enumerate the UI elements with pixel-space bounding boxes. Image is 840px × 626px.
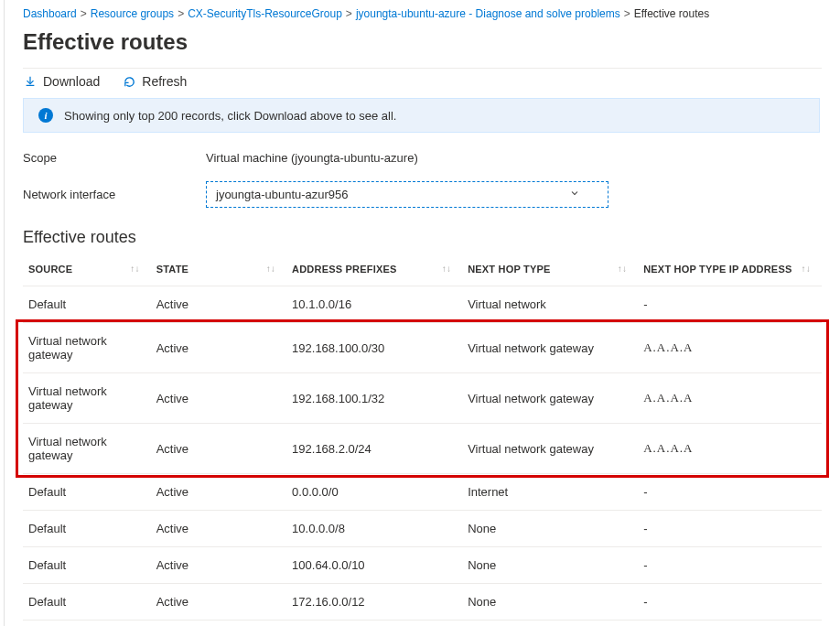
breadcrumb-link[interactable]: CX-SecurityTls-ResourceGroup [188,7,342,20]
cell-nexthop: Internet [462,474,638,511]
effective-routes-table: Source↑↓ State↑↓ Address Prefixes↑↓ Next… [23,254,822,626]
toolbar: Download Refresh [23,68,822,98]
sort-icon: ↑↓ [802,264,811,274]
cell-ip: A.A.A.A [638,424,822,474]
cell-source: Default [23,584,151,621]
cell-nexthop: None [462,511,638,547]
effective-routes-heading: Effective routes [23,228,822,247]
cell-state: Active [151,584,286,621]
breadcrumb-separator: > [77,7,91,20]
scope-row: Scope Virtual machine (jyoungta-ubuntu-a… [23,147,822,178]
cell-state: Active [151,373,286,424]
breadcrumb-link[interactable]: Dashboard [23,7,77,20]
table-row: Virtual network gatewayActive192.168.2.0… [23,424,822,474]
breadcrumb-link[interactable]: Resource groups [91,7,174,20]
page-title: Effective routes [23,29,822,55]
cell-state: Active [151,424,286,474]
download-button[interactable]: Download [23,74,100,89]
cell-state: Active [151,547,286,584]
cell-ip: - [638,547,822,584]
breadcrumb-separator: > [620,7,634,20]
cell-source: Virtual network gateway [23,424,151,474]
network-interface-value: jyoungta-ubuntu-azur956 [216,188,349,201]
table-row: DefaultActive172.16.0.0/12None- [23,584,822,621]
cell-nexthop: Virtual network gateway [462,373,638,424]
cell-state: Active [151,621,286,627]
cell-prefix: 10.1.0.0/16 [286,286,462,323]
table-row: Virtual network gatewayActive192.168.100… [23,373,822,424]
cell-source: Default [23,547,151,584]
cell-source: Virtual network gateway [23,373,151,424]
download-label: Download [43,74,100,89]
cell-ip: - [638,511,822,547]
breadcrumb-separator: > [174,7,188,20]
cell-source: Default [23,286,151,323]
sort-icon: ↑↓ [130,264,139,274]
cell-nexthop: Virtual network gateway [462,323,638,373]
col-header-ip[interactable]: Next Hop Type IP Address↑↓ [638,254,822,286]
refresh-label: Refresh [142,74,187,89]
cell-state: Active [151,323,286,373]
cell-prefix: 192.168.100.0/30 [286,323,462,373]
cell-ip: - [638,286,822,323]
cell-nexthop: Virtual network gateway [462,424,638,474]
download-icon [23,74,38,89]
cell-prefix: 192.168.0.0/16 [286,621,462,627]
table-row: DefaultActive10.0.0.0/8None- [23,511,822,547]
breadcrumb-current: Effective routes [634,7,710,20]
info-banner-text: Showing only top 200 records, click Down… [64,109,397,123]
network-interface-label: Network interface [23,188,206,201]
table-row: Virtual network gatewayActive192.168.100… [23,323,822,373]
table-row: DefaultActive0.0.0.0/0Internet- [23,474,822,511]
cell-source: Default [23,474,151,511]
cell-prefix: 100.64.0.0/10 [286,547,462,584]
scope-label: Scope [23,151,206,165]
col-header-source[interactable]: Source↑↓ [23,254,151,286]
info-icon: i [38,108,53,123]
cell-prefix: 0.0.0.0/0 [286,474,462,511]
cell-prefix: 172.16.0.0/12 [286,584,462,621]
cell-state: Active [151,511,286,547]
cell-source: Default [23,621,151,627]
col-header-state[interactable]: State↑↓ [151,254,286,286]
cell-ip: - [638,584,822,621]
cell-ip: - [638,621,822,627]
cell-ip: - [638,474,822,511]
cell-prefix: 10.0.0.0/8 [286,511,462,547]
cell-nexthop: None [462,584,638,621]
col-header-nexthop[interactable]: Next Hop Type↑↓ [462,254,638,286]
cell-prefix: 192.168.2.0/24 [286,424,462,474]
cell-prefix: 192.168.100.1/32 [286,373,462,424]
cell-source: Virtual network gateway [23,323,151,373]
network-interface-row: Network interface jyoungta-ubuntu-azur95… [23,178,822,221]
col-header-prefix[interactable]: Address Prefixes↑↓ [286,254,462,286]
network-interface-select[interactable]: jyoungta-ubuntu-azur956 [206,181,608,208]
table-row: DefaultActive100.64.0.0/10None- [23,547,822,584]
cell-state: Active [151,286,286,323]
scope-value: Virtual machine (jyoungta-ubuntu-azure) [206,151,418,165]
table-row: DefaultActive192.168.0.0/16None- [23,621,822,627]
refresh-icon [122,74,136,89]
cell-state: Active [151,474,286,511]
sort-icon: ↑↓ [266,264,275,274]
breadcrumb-separator: > [342,7,356,20]
breadcrumb-link[interactable]: jyoungta-ubuntu-azure - Diagnose and sol… [356,7,620,20]
cell-nexthop: None [462,547,638,584]
cell-source: Default [23,511,151,547]
cell-nexthop: None [462,621,638,627]
cell-ip: A.A.A.A [638,323,822,373]
sort-icon: ↑↓ [618,264,627,274]
chevron-down-icon [569,188,580,201]
info-banner: i Showing only top 200 records, click Do… [23,98,820,133]
cell-ip: A.A.A.A [638,373,822,424]
table-row: DefaultActive10.1.0.0/16Virtual network- [23,286,822,323]
breadcrumb: Dashboard>Resource groups>CX-SecurityTls… [23,5,822,29]
cell-nexthop: Virtual network [462,286,638,323]
sort-icon: ↑↓ [442,264,451,274]
refresh-button[interactable]: Refresh [122,74,187,89]
